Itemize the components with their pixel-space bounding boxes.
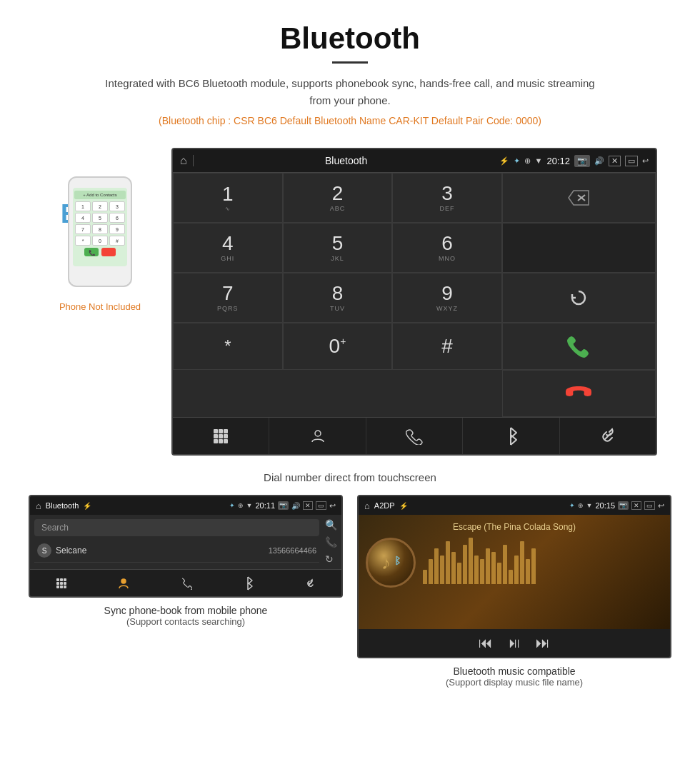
music-screen: ⌂ A2DP ⚡ ✦ ⊕ ▼ 20:15 📷 ✕ ▭ ↩ Escape (The… [357,495,671,658]
contact-row: S Seicane 13566664466 [34,539,319,563]
dial-key-3[interactable]: 3 DEF [392,173,502,223]
phone-end-button [101,248,116,256]
svg-rect-8 [224,429,228,433]
dial-key-hash[interactable]: # [392,323,502,370]
dial-key-5[interactable]: 5 JKL [283,223,393,273]
svg-line-17 [605,433,611,439]
nav-contacts-pb[interactable] [92,570,154,596]
call-icon-side[interactable]: 📞 [325,536,337,548]
svg-rect-20 [64,578,66,581]
eq-bar [446,541,450,584]
phone-key: * [75,236,91,246]
dial-key-2[interactable]: 2 ABC [283,173,393,223]
eq-bar [526,559,530,584]
eq-bar [423,570,427,584]
dial-key-1[interactable]: 1 ∿ [173,173,283,223]
dial-key-star[interactable]: * [173,323,283,370]
refresh-icon-side[interactable]: ↻ [325,553,337,565]
phone-key: 7 [75,224,91,234]
dial-key-6[interactable]: 6 MNO [392,223,502,273]
page-title: Bluetooth [14,21,686,56]
search-bar[interactable]: Search [34,519,319,536]
nav-link[interactable] [560,418,656,454]
search-icon-side[interactable]: 🔍 [325,519,337,531]
phone-key: 0 [92,236,108,246]
back-icon-music: ↩ [658,501,664,511]
nav-call-pb[interactable] [154,570,216,596]
phone-keypad-small: 1 2 3 4 5 6 7 8 9 * 0 # [75,201,125,246]
page-header: Bluetooth Integrated with BC6 Bluetooth … [0,0,700,141]
phonebook-caption-sub: (Support contacts searching) [126,616,245,627]
svg-rect-7 [219,429,223,433]
svg-rect-10 [219,434,223,438]
back-icon-small: ↩ [329,501,336,511]
phonebook-card: ⌂ Bluetooth ⚡ ✦ ⊕ ▼ 20:11 📷 🔊 ✕ ▭ ↩ [29,495,343,688]
dial-key-7[interactable]: 7 PQRS [173,273,283,323]
usb-icon: ⚡ [499,156,509,166]
dial-key-0[interactable]: 0+ [283,323,393,370]
phonebook-statusbar: ⌂ Bluetooth ⚡ ✦ ⊕ ▼ 20:11 📷 🔊 ✕ ▭ ↩ [30,496,341,515]
next-button[interactable]: ⏭ [536,635,550,651]
eq-bars [423,541,663,584]
back-icon[interactable]: ↩ [642,156,649,166]
contact-number: 13566664466 [269,546,316,555]
phonebook-caption-main: Sync phone-book from mobile phone [104,605,268,616]
statusbar-left: ⌂ [180,154,194,167]
home-icon-small[interactable]: ⌂ [36,501,41,511]
volume-icon[interactable]: 🔊 [594,156,604,166]
nav-bt-pb[interactable] [217,570,279,596]
nav-link-pb[interactable] [279,570,341,596]
page-description: Integrated with BC6 Bluetooth module, su… [100,75,600,109]
music-statusbar-right: ✦ ⊕ ▼ 20:15 📷 ✕ ▭ ↩ [569,501,664,511]
svg-rect-18 [56,578,59,581]
phone-bottom-keys: 📞 [84,248,116,256]
dial-key-4[interactable]: 4 GHI [173,223,283,273]
phone-key: 9 [109,224,125,234]
nav-contacts[interactable] [269,418,366,454]
eq-bar [429,559,433,584]
window-icon[interactable]: ▭ [625,156,638,166]
nav-call[interactable] [366,418,463,454]
eq-bar [434,548,439,584]
svg-rect-24 [56,585,59,588]
nav-bluetooth[interactable] [463,418,559,454]
prev-button[interactable]: ⏮ [479,635,493,651]
dial-key-9[interactable]: 9 WXYZ [392,273,502,323]
svg-rect-19 [60,578,63,581]
dial-key-refresh[interactable] [502,273,656,323]
album-art: ♪ [366,538,416,588]
dial-key-call-green[interactable] [502,323,656,370]
wifi-icon-small: ▼ [246,502,253,509]
song-title: Escape (The Pina Colada Song) [453,522,576,532]
bt-icon-music: ✦ [569,502,575,509]
phonebook-list: Search S Seicane 13566664466 [30,515,324,569]
play-pause-button[interactable]: ⏯ [507,635,521,651]
svg-point-27 [121,579,126,583]
home-icon-music[interactable]: ⌂ [364,501,370,511]
nav-keypad-pb[interactable] [30,570,92,596]
bottom-nav [173,417,656,454]
svg-rect-12 [214,439,218,443]
svg-rect-26 [64,585,66,588]
dial-key-backspace[interactable] [502,173,656,223]
close-icon[interactable]: ✕ [609,156,621,166]
bluetooth-info: (Bluetooth chip : CSR BC6 Default Blueto… [14,115,686,126]
phone-key: 5 [92,213,108,223]
music-statusbar: ⌂ A2DP ⚡ ✦ ⊕ ▼ 20:15 📷 ✕ ▭ ↩ [359,496,670,515]
dial-key-8[interactable]: 8 TUV [283,273,393,323]
nav-keypad[interactable] [173,418,269,454]
camera-icon[interactable]: 📷 [574,155,590,167]
eq-bar [491,552,496,584]
cam-icon-music: 📷 [618,501,629,510]
music-controls: ⏮ ⏯ ⏭ [359,629,670,657]
dial-subtitle: Dial number direct from touchscreen [0,471,700,483]
phone-key: 4 [75,213,91,223]
phonebook-app-name: Bluetooth [46,501,79,510]
music-body: Escape (The Pina Colada Song) ♪ [359,515,670,629]
dial-key-call-red[interactable] [502,370,656,417]
home-icon[interactable]: ⌂ [180,154,187,167]
usb-icon-small: ⚡ [83,502,91,510]
vol-icon-small: 🔊 [291,502,300,510]
close-icon-small: ✕ [303,501,313,510]
phone-body: + Add to Contacts 1 2 3 4 5 6 7 8 9 * 0 … [68,176,132,287]
